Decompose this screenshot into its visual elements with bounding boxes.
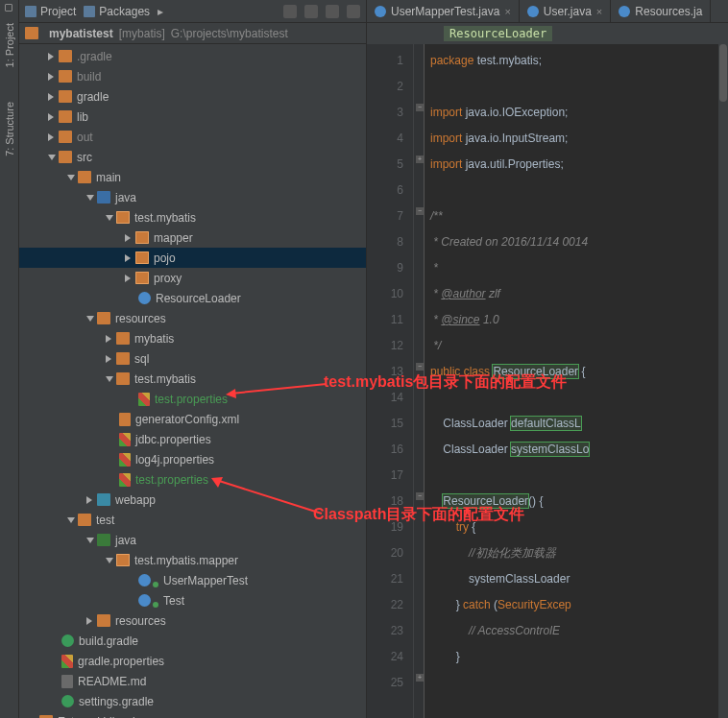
folder-icon	[59, 50, 72, 62]
fold-marker-icon[interactable]: +	[416, 674, 424, 682]
tree-node-dot-gradle[interactable]: .gradle	[19, 46, 366, 66]
tree-node-test-mybatis-res[interactable]: test.mybatis	[19, 369, 366, 389]
src-folder-icon	[97, 191, 110, 203]
tree-node-gradle[interactable]: gradle	[19, 86, 366, 107]
editor-tab-usermappertest[interactable]: UserMapperTest.java×	[367, 0, 520, 22]
tree-node-log4j-properties[interactable]: log4j.properties	[19, 449, 366, 469]
banner-class-name[interactable]: ResourceLoader	[444, 26, 552, 41]
vertical-scrollbar[interactable]	[718, 44, 728, 718]
tree-node-readme[interactable]: README.md	[19, 671, 366, 691]
expand-icon[interactable]	[86, 617, 94, 625]
tree-node-test-java[interactable]: java	[19, 530, 366, 550]
folder-icon	[59, 131, 72, 143]
collapse-icon[interactable]	[48, 155, 56, 162]
collapse-icon[interactable]	[106, 558, 113, 565]
tree-node-user-mapper-test[interactable]: UserMapperTest	[19, 570, 366, 590]
toolbar-tab-packages[interactable]: Packages	[84, 5, 150, 18]
expand-icon[interactable]	[48, 93, 56, 101]
tree-node-out[interactable]: out	[19, 127, 366, 147]
tree-node-external-libs[interactable]: External Libraries	[19, 711, 366, 718]
breadcrumb-banner: ResourceLoader	[367, 23, 728, 44]
expand-icon[interactable]	[86, 496, 94, 504]
toolbar-hide-button[interactable]	[347, 5, 360, 18]
editor-tab-resources[interactable]: Resources.ja	[611, 0, 711, 22]
expand-icon[interactable]	[125, 275, 133, 282]
xml-icon	[119, 413, 131, 426]
tree-node-webapp[interactable]: webapp	[19, 490, 366, 510]
tree-node-resources[interactable]: resources	[19, 308, 366, 328]
gutter-tab-structure[interactable]: 7: Structure	[4, 98, 15, 160]
tree-node-main[interactable]: main	[19, 167, 366, 187]
close-icon[interactable]: ×	[596, 6, 602, 17]
gutter-tab-project[interactable]: 1: Project	[4, 19, 15, 71]
editor-tabs: UserMapperTest.java× User.java× Resource…	[367, 0, 728, 23]
toolbar-tab-project[interactable]: Project	[25, 5, 76, 18]
toolbar-target-button[interactable]	[304, 5, 318, 18]
collapse-icon[interactable]	[106, 376, 113, 384]
class-icon	[619, 6, 630, 17]
md-icon	[61, 675, 73, 688]
fold-gutter[interactable]: − + − − − +	[413, 44, 425, 718]
breadcrumb-bracket: [mybatis]	[119, 27, 165, 40]
tree-node-pojo[interactable]: pojo	[19, 248, 366, 268]
tree-node-build-gradle[interactable]: build.gradle	[19, 631, 366, 651]
code-content[interactable]: package test.mybatis; import java.io.IOE…	[425, 44, 728, 718]
fold-marker-icon[interactable]: −	[416, 104, 424, 111]
expand-icon[interactable]	[125, 234, 133, 242]
test-folder-icon	[97, 534, 110, 546]
collapse-icon[interactable]	[67, 175, 75, 182]
tree-node-mybatis-dir[interactable]: mybatis	[19, 328, 366, 348]
fold-marker-icon[interactable]: −	[416, 363, 424, 371]
fold-marker-icon[interactable]: +	[416, 156, 424, 163]
tree-node-resource-loader[interactable]: ResourceLoader	[19, 288, 366, 308]
collapse-icon[interactable]	[106, 215, 113, 223]
tree-node-gradle-properties[interactable]: gradle.properties	[19, 651, 366, 671]
tree-node-settings-gradle[interactable]: settings.gradle	[19, 691, 366, 711]
close-icon[interactable]: ×	[504, 6, 510, 17]
code-editor[interactable]: 1234567891011121314151617181920212223242…	[367, 44, 728, 718]
tree-node-src[interactable]: src	[19, 147, 366, 167]
tree-node-sql-dir[interactable]: sql	[19, 348, 366, 369]
expand-icon[interactable]	[48, 53, 56, 60]
collapse-icon[interactable]	[86, 195, 94, 203]
tree-node-test-mybatis[interactable]: test.mybatis	[19, 207, 366, 227]
folder-icon	[59, 110, 72, 123]
tree-node-test-properties-2[interactable]: test.properties	[19, 469, 366, 490]
tree-node-test-mapper-pkg[interactable]: test.mybatis.mapper	[19, 550, 366, 570]
tree-node-proxy[interactable]: proxy	[19, 268, 366, 288]
tree-node-mapper[interactable]: mapper	[19, 227, 366, 248]
project-tree[interactable]: .gradle build gradle lib out src main ja…	[19, 44, 366, 718]
expand-icon[interactable]	[48, 73, 56, 81]
expand-icon[interactable]	[125, 254, 133, 262]
expand-icon[interactable]	[48, 113, 56, 121]
tree-node-java[interactable]: java	[19, 187, 366, 207]
class-icon	[138, 292, 151, 304]
tree-node-generator-config[interactable]: generatorConfig.xml	[19, 409, 366, 429]
collapse-icon[interactable]	[86, 538, 94, 545]
scrollbar-thumb[interactable]	[719, 44, 727, 102]
expand-icon[interactable]	[106, 335, 113, 343]
line-gutter: 1234567891011121314151617181920212223242…	[367, 44, 413, 718]
expand-icon[interactable]	[48, 133, 56, 141]
tree-node-test-resources[interactable]: resources	[19, 610, 366, 631]
tree-node-test-properties-1[interactable]: test.properties	[19, 389, 366, 409]
web-folder-icon	[97, 493, 110, 506]
tree-node-build[interactable]: build	[19, 66, 366, 86]
fold-marker-icon[interactable]: −	[416, 492, 424, 500]
tree-node-jdbc-properties[interactable]: jdbc.properties	[19, 429, 366, 449]
toolbar-more-icon[interactable]: ▸	[158, 5, 163, 18]
toolbar-settings-button[interactable]	[326, 5, 339, 18]
toolbar-collapse-button[interactable]	[283, 5, 297, 18]
editor-tab-user[interactable]: User.java×	[520, 0, 611, 22]
tree-node-test[interactable]: test	[19, 510, 366, 530]
breadcrumb: mybatistest [mybatis] G:\projects\mybati…	[19, 23, 366, 44]
tree-node-lib[interactable]: lib	[19, 107, 366, 127]
collapse-icon[interactable]	[67, 517, 75, 525]
expand-icon[interactable]	[106, 355, 113, 363]
fold-marker-icon[interactable]: −	[416, 207, 424, 215]
properties-icon	[138, 393, 150, 406]
tree-node-test-class[interactable]: Test	[19, 590, 366, 610]
package-icon	[116, 554, 130, 566]
class-icon	[138, 594, 151, 607]
collapse-icon[interactable]	[86, 316, 94, 323]
